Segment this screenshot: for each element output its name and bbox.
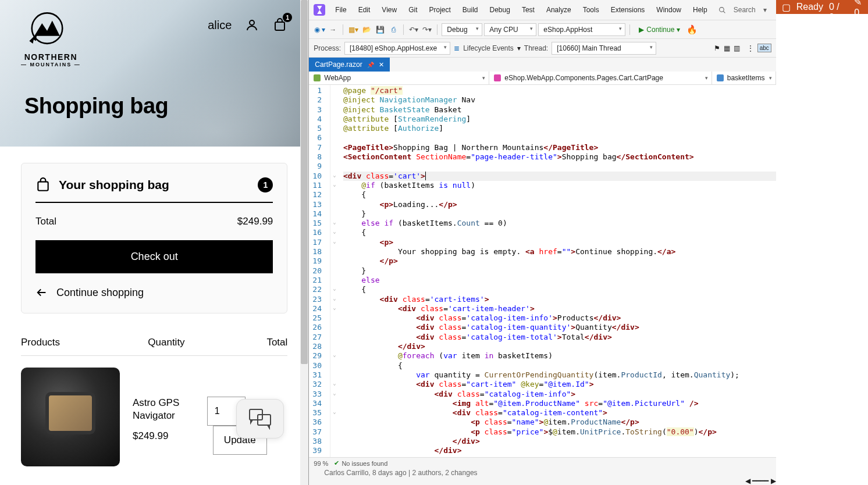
code-editor[interactable]: 1234567891011121314151617181920212223242… — [309, 85, 775, 457]
code-content[interactable]: @page "/cart"@inject NavigationManager N… — [339, 85, 776, 457]
menu-test[interactable]: Test — [517, 4, 540, 16]
output-icon[interactable]: ▢ — [782, 2, 791, 13]
product-name: Astro GPS Navigator — [133, 397, 198, 422]
total-value: $249.99 — [237, 216, 273, 227]
col-quantity: Quantity — [148, 337, 247, 348]
flag-icon[interactable]: ⚑ — [714, 44, 720, 52]
line-numbers: 1234567891011121314151617181920212223242… — [309, 85, 330, 457]
config-dropdown[interactable]: Debug — [442, 23, 482, 36]
webapp-pane: NORTHERN — MOUNTAINS — alice 1 Shopping … — [0, 0, 308, 485]
zoom-level[interactable]: 99 % — [314, 460, 328, 467]
hero-banner: NORTHERN — MOUNTAINS — alice 1 Shopping … — [0, 0, 308, 147]
status-ready: Ready — [796, 2, 823, 12]
user-icon[interactable] — [244, 17, 259, 33]
save-icon[interactable]: 💾 — [374, 24, 386, 35]
chat-button[interactable] — [236, 399, 284, 438]
menu-help[interactable]: Help — [688, 4, 713, 16]
menu-edit[interactable]: Edit — [353, 4, 376, 16]
error-counter[interactable]: ✎ 0 — [854, 0, 862, 18]
cart-icon[interactable]: 1 — [272, 17, 287, 33]
hot-reload-icon[interactable]: 🔥 — [686, 24, 698, 35]
nav-fwd-icon[interactable]: → — [327, 24, 339, 35]
svg-point-6 — [719, 7, 724, 12]
vs-logo-icon[interactable] — [314, 4, 325, 16]
page-title: Shopping bag — [24, 94, 168, 119]
tab-strip: CartPage.razor 📌 ✕ — [309, 58, 775, 72]
svg-rect-3 — [38, 182, 48, 191]
nav-counter[interactable]: ↑↓ 0 / 0 — [829, 0, 845, 23]
product-price: $249.99 — [133, 430, 198, 442]
brand-logo[interactable]: NORTHERN — MOUNTAINS — — [21, 10, 81, 67]
stack2-icon[interactable]: ▥ — [734, 44, 740, 52]
menu-extensions[interactable]: Extensions — [606, 4, 650, 16]
visual-studio-pane: File Edit View Git Project Build Debug T… — [308, 0, 775, 485]
col-total: Total — [247, 337, 287, 348]
item-count-badge: 1 — [258, 177, 273, 192]
editor-status-bar: 99 % ✔No issues found — [309, 457, 775, 469]
total-label: Total — [35, 216, 56, 227]
items-header: Products Quantity Total — [21, 330, 287, 356]
close-tab-icon[interactable]: ✕ — [379, 61, 384, 69]
card-header: Your shopping bag 1 — [35, 177, 273, 203]
menu-debug[interactable]: Debug — [485, 4, 515, 16]
menu-tools[interactable]: Tools — [578, 4, 604, 16]
file-tab[interactable]: CartPage.razor 📌 ✕ — [309, 58, 389, 72]
arrow-left-icon — [35, 286, 48, 299]
menu-view[interactable]: View — [376, 4, 402, 16]
vs-status-bar: ▢ Ready ↑↓ 0 / 0 ✎ 0 — [776, 0, 868, 14]
pin-icon[interactable]: 📌 — [367, 62, 374, 68]
continue-label: Continue shopping — [56, 287, 144, 299]
nav-bar: WebApp eShop.WebApp.Components.Pages.Car… — [309, 72, 775, 85]
brand-name: NORTHERN — [21, 52, 81, 62]
new-project-icon[interactable]: ▦▾ — [347, 24, 359, 35]
undo-icon[interactable]: ↶▾ — [408, 24, 419, 35]
continue-button[interactable]: ▶ Continue ▾ — [634, 24, 685, 35]
overflow-icon[interactable]: ⋮ — [747, 44, 754, 52]
menu-project[interactable]: Project — [424, 4, 456, 16]
abc-badge[interactable]: abc — [757, 44, 771, 52]
svg-rect-2 — [275, 22, 284, 30]
menu-build[interactable]: Build — [457, 4, 483, 16]
col-products: Products — [21, 337, 148, 348]
redo-icon[interactable]: ↷▾ — [421, 24, 433, 35]
svg-point-0 — [32, 13, 63, 44]
git-blame[interactable]: Carlos Carrillo, 8 days ago | 2 authors,… — [324, 469, 775, 477]
fold-column[interactable]: ⌄⌄⌄⌄⌄⌄⌄⌄⌄⌄⌄⌄ — [330, 85, 339, 457]
product-thumbnail[interactable] — [21, 368, 120, 466]
search-box[interactable]: Search ▾ — [714, 2, 771, 17]
checkout-button[interactable]: Check out — [35, 240, 273, 273]
thread-label: Thread: — [524, 44, 548, 52]
menu-window[interactable]: Window — [651, 4, 686, 16]
project-dropdown[interactable]: WebApp — [309, 72, 489, 84]
continue-shopping-link[interactable]: Continue shopping — [35, 273, 273, 299]
stack-icon[interactable]: ▦ — [724, 44, 730, 52]
save-all-icon[interactable]: ⎙ — [387, 24, 399, 35]
platform-dropdown[interactable]: Any CPU — [484, 23, 536, 36]
brand-tagline: — MOUNTAINS — — [21, 62, 81, 67]
startup-dropdown[interactable]: eShop.AppHost — [538, 23, 625, 36]
process-dropdown[interactable]: [18480] eShop.AppHost.exe — [344, 42, 450, 55]
bag-icon — [35, 177, 51, 192]
lifecycle-label[interactable]: Lifecycle Events — [463, 44, 514, 52]
class-dropdown[interactable]: eShop.WebApp.Components.Pages.Cart.CartP… — [489, 72, 712, 84]
member-dropdown[interactable]: basketItems — [712, 72, 776, 84]
total-row: Total $249.99 — [35, 203, 273, 240]
cart-summary-card: Your shopping bag 1 Total $249.99 Check … — [21, 163, 287, 313]
process-label: Process: — [314, 44, 341, 52]
nav-back-icon[interactable]: ◉ ▾ — [314, 24, 325, 35]
cart-badge: 1 — [283, 13, 292, 22]
tab-label: CartPage.razor — [315, 60, 362, 69]
issues-indicator[interactable]: ✔No issues found — [334, 459, 387, 467]
menu-analyze[interactable]: Analyze — [541, 4, 577, 16]
username-link[interactable]: alice — [208, 19, 232, 32]
menu-git[interactable]: Git — [403, 4, 422, 16]
card-title: Your shopping bag — [59, 178, 250, 192]
thread-dropdown[interactable]: [10660] Main Thread — [552, 42, 656, 55]
debug-toolbar: Process: [18480] eShop.AppHost.exe ≣ Lif… — [309, 39, 775, 58]
scrollbar[interactable] — [300, 0, 308, 485]
lifecycle-icon[interactable]: ≣ — [454, 44, 460, 52]
menu-bar: File Edit View Git Project Build Debug T… — [309, 0, 775, 20]
menu-file[interactable]: File — [330, 4, 351, 16]
svg-point-1 — [250, 20, 254, 25]
open-icon[interactable]: 📂 — [361, 24, 372, 35]
